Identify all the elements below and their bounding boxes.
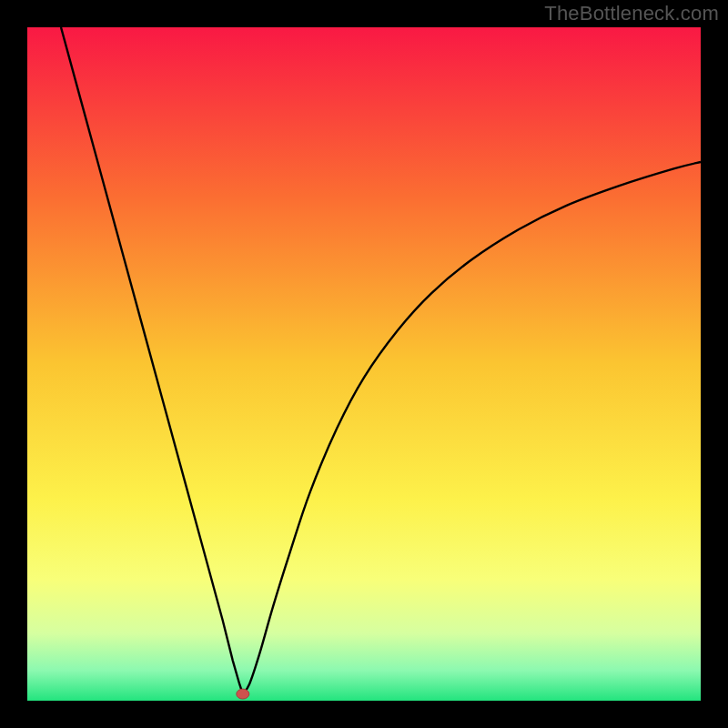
gradient-background <box>27 27 701 701</box>
min-marker-dot <box>237 689 249 699</box>
chart-frame: TheBottleneck.com <box>0 0 728 728</box>
watermark-text: TheBottleneck.com <box>544 2 719 25</box>
plot-area <box>27 27 701 701</box>
plot-svg <box>27 27 701 701</box>
